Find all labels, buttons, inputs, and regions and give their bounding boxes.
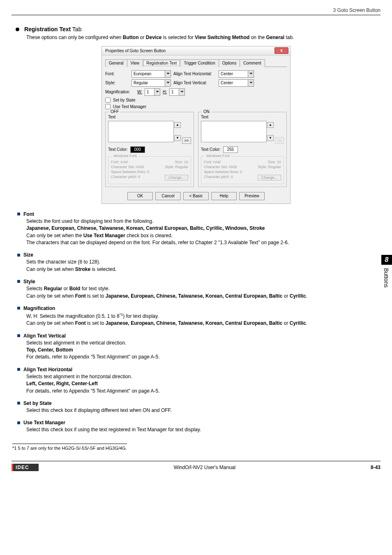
chapter-label: Buttons <box>381 265 391 291</box>
off-windows-font: Windows Font Font: ArialSize: 10 Charact… <box>108 156 191 184</box>
tab-general[interactable]: General <box>105 59 127 67</box>
tab-options[interactable]: Options <box>219 59 240 67</box>
copy-button-disabled: >> <box>275 137 284 144</box>
ok-button[interactable]: OK <box>127 192 153 200</box>
off-legend: OFF <box>109 109 120 114</box>
style-row: Style: Regular Align Text Vertical: Cent… <box>105 79 287 87</box>
off-on-columns: OFF Text ▲ ▼ >> Text <box>105 112 287 187</box>
cancel-button[interactable]: Cancel <box>155 192 181 200</box>
style-dropdown[interactable]: Regular <box>131 79 171 87</box>
dialog-body: General View Registration Text Trigger C… <box>102 56 290 204</box>
magnification-row: Magnification W: 1 H: 1 <box>105 88 287 96</box>
tab-view[interactable]: View <box>127 59 143 67</box>
mag-h-dropdown[interactable]: 1 <box>169 88 185 96</box>
align-h-label: Align Text Horizontal: <box>173 72 216 76</box>
item-align-horizontal: Align Text Horizontal Selects text align… <box>17 367 380 395</box>
item-use-text-manager: Use Text Manager Select this check box i… <box>17 420 380 433</box>
dialog-footer-buttons: OK Cancel < Basic Help Preview <box>105 191 287 200</box>
copy-to-on-button[interactable]: >> <box>182 137 191 144</box>
dialog-title: Properties of Goto Screen Button <box>105 49 274 53</box>
mag-w-dropdown[interactable]: 1 <box>145 88 160 96</box>
off-color-swatch[interactable]: 000 <box>130 146 145 153</box>
item-font: Font Selects the font used for displayin… <box>17 211 380 247</box>
mag-h-label: H: <box>163 90 167 94</box>
tab-trigger-condition[interactable]: Trigger Condition <box>180 59 219 67</box>
on-windows-font: Windows Font Font: ArialSize: 10 Charact… <box>201 156 284 184</box>
basic-button[interactable]: < Basic <box>183 192 209 200</box>
align-h-value: Center <box>221 72 233 76</box>
chevron-down-icon <box>248 71 254 77</box>
checkbox-input[interactable] <box>105 97 111 103</box>
mag-w-label: W: <box>137 90 142 94</box>
dialog-titlebar: Properties of Goto Screen Button x <box>102 46 290 56</box>
checkbox-set-by-state[interactable]: Set by State <box>105 97 287 103</box>
item-align-vertical: Align Text Vertical Selects text alignme… <box>17 333 380 361</box>
mag-w-value: 1 <box>147 90 149 94</box>
magnification-label: Magnification <box>105 90 135 94</box>
text-color-label: Text Color: <box>108 147 128 152</box>
checkbox-label: Set by State <box>113 98 135 102</box>
align-h-dropdown[interactable]: Center <box>219 70 254 78</box>
bullet-icon <box>16 28 19 31</box>
heading-light: Tab <box>71 26 81 32</box>
dialog-container: Properties of Goto Screen Button x Gener… <box>12 46 380 204</box>
on-color-row: Text Color: 255 <box>201 146 284 153</box>
close-icon[interactable]: x <box>274 47 288 54</box>
chevron-down-icon <box>165 71 171 77</box>
up-icon[interactable]: ▲ <box>267 122 274 128</box>
windows-font-legend: Windows Font <box>205 154 231 158</box>
properties-dialog: Properties of Goto Screen Button x Gener… <box>101 46 291 204</box>
help-button[interactable]: Help <box>211 192 237 200</box>
idec-logo: IDEC <box>12 464 39 471</box>
item-magnification: Magnification W, H: Selects the magnific… <box>17 305 380 327</box>
section-heading: Registration Text Tab <box>16 26 380 32</box>
chapter-number: 8 <box>381 255 392 265</box>
preview-button[interactable]: Preview <box>239 192 265 200</box>
align-v-value: Center <box>221 81 233 85</box>
on-fieldset: ON Text ▲ ▼ >> Text C <box>198 112 287 187</box>
style-label: Style: <box>105 81 129 85</box>
down-icon[interactable]: ▼ <box>174 135 181 141</box>
footnote: *1 5 to 7 are only for the HG2G-S/-5S/-5… <box>12 444 127 451</box>
style-dropdown-value: Regular <box>134 81 148 85</box>
footer-title: WindO/I-NV2 User's Manual <box>39 465 371 470</box>
font-dropdown[interactable]: European <box>131 70 171 78</box>
on-color-swatch[interactable]: 255 <box>223 146 238 153</box>
on-color-value: 255 <box>227 147 234 152</box>
checkbox-label: Use Text Manager <box>113 104 146 109</box>
side-tab: 8 Buttons <box>381 255 392 291</box>
change-button: Change... <box>258 175 281 180</box>
down-icon[interactable]: ▼ <box>267 135 274 141</box>
up-icon[interactable]: ▲ <box>174 122 181 128</box>
off-fieldset: OFF Text ▲ ▼ >> Text <box>105 112 194 187</box>
font-dropdown-value: European <box>134 72 151 76</box>
text-label: Text <box>201 115 284 119</box>
item-size: Size Sets the character size (8 to 128).… <box>17 252 380 273</box>
windows-font-legend: Windows Font <box>112 154 138 158</box>
page-footer: IDEC WindO/I-NV2 User's Manual 8-43 <box>12 461 380 471</box>
page: 3 Goto Screen Button Registration Text T… <box>0 0 392 479</box>
checkbox-use-text-manager[interactable]: Use Text Manager <box>105 104 287 109</box>
tab-comment[interactable]: Comment <box>240 59 265 67</box>
font-row: Font: European Align Text Horizontal: Ce… <box>105 70 287 78</box>
chevron-down-icon <box>154 89 160 95</box>
on-text-area[interactable]: ▲ ▼ <box>201 121 267 142</box>
font-label: Font: <box>105 72 129 76</box>
text-label: Text <box>108 115 191 119</box>
item-style: Style Selects Regular or Bold for text s… <box>17 279 380 300</box>
off-text-area[interactable]: ▲ ▼ <box>108 121 174 142</box>
checkbox-input[interactable] <box>105 104 111 109</box>
mag-h-value: 1 <box>171 90 174 94</box>
change-button: Change... <box>165 175 188 180</box>
page-number: 8-43 <box>371 465 380 470</box>
off-color-value: 000 <box>134 147 141 152</box>
heading-bold: Registration Text <box>24 26 71 32</box>
align-v-label: Align Text Vertical: <box>173 81 216 85</box>
dialog-tabs: General View Registration Text Trigger C… <box>105 59 287 67</box>
align-v-dropdown[interactable]: Center <box>219 79 254 87</box>
item-set-by-state: Set by State Select this check box if di… <box>17 400 380 414</box>
tab-registration-text[interactable]: Registration Text <box>143 59 180 67</box>
breadcrumb: 3 Goto Screen Button <box>12 7 380 15</box>
text-color-label: Text Color: <box>201 147 221 152</box>
section-description: These options can only be configured whe… <box>26 34 380 41</box>
